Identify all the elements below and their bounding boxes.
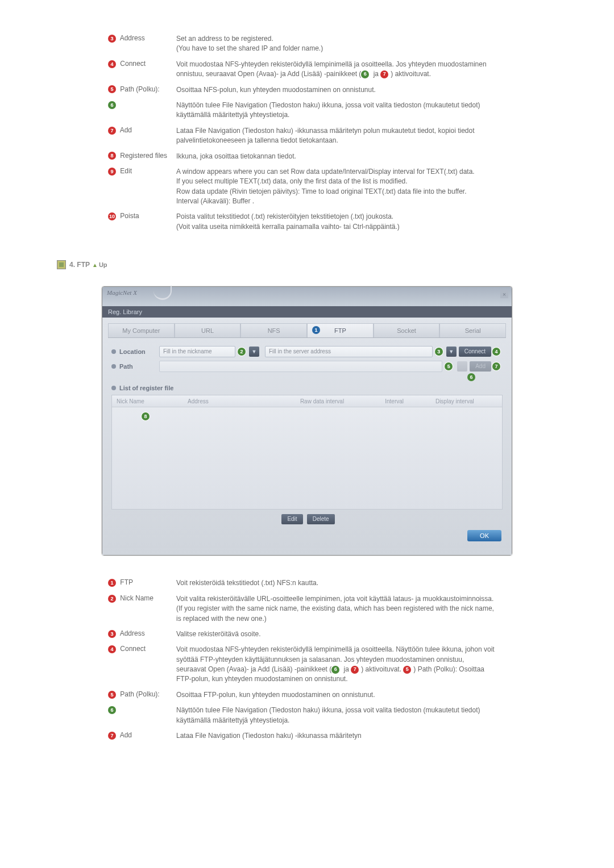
number-badge: 3 <box>108 630 116 638</box>
address-input[interactable]: Fill in the server address <box>265 346 433 357</box>
callout-8: 8 <box>142 412 150 420</box>
path-row: Path 5 ⋯ Add 7 <box>111 361 503 372</box>
number-badge: 7 <box>108 127 116 135</box>
definition-label: 4 Connect <box>108 60 176 80</box>
column-header: Address <box>183 398 296 404</box>
number-badge: 8 <box>108 152 116 160</box>
definition-label: 8 Registered files <box>108 152 176 161</box>
delete-button[interactable]: Delete <box>307 514 335 524</box>
tab-serial[interactable]: Serial <box>439 323 506 337</box>
row-bullet-icon <box>111 364 116 369</box>
connect-button[interactable]: Connect <box>459 347 491 357</box>
tab-url[interactable]: URL <box>175 323 241 337</box>
definition-label: 3 Address <box>108 34 176 54</box>
number-badge: 5 <box>108 691 116 699</box>
nickname-input[interactable]: Fill in the nickname <box>159 346 235 357</box>
path-label: Path <box>119 363 159 370</box>
definition-row: 3 AddressValitse rekisteröitävä osoite. <box>108 629 495 639</box>
section-4-ftp-header: 4. FTP ▲ Up <box>57 260 557 269</box>
inline-badge-7: 7 <box>351 666 359 674</box>
window-titlebar: MagicNet X × <box>102 287 512 306</box>
tab-row: My ComputerURLNFSFTP1SocketSerial <box>108 323 506 338</box>
definition-row: 5 Path (Polku):Osoittaa NFS-polun, kun y… <box>108 85 495 95</box>
definition-description: Osoittaa FTP-polun, kun yhteyden muodost… <box>176 690 495 700</box>
definition-description: Ikkuna, joka osoittaa tietokannan tiedot… <box>176 152 495 161</box>
callout-5: 5 <box>445 362 453 370</box>
number-badge: 2 <box>108 595 116 603</box>
definition-label: 4 Connect <box>108 645 176 685</box>
number-badge: 5 <box>108 85 116 93</box>
definition-label: 1 FTP <box>108 578 176 588</box>
number-badge: 9 <box>108 168 116 176</box>
definition-row: 5 Path (Polku):Osoittaa FTP-polun, kun y… <box>108 690 495 700</box>
definition-row: 4 ConnectVoit muodostaa NFS-yhteyden rek… <box>108 645 495 685</box>
tab-ftp[interactable]: FTP1 <box>307 323 374 337</box>
upper-definitions: 3 AddressSet an address to be registered… <box>108 34 495 232</box>
definition-description: Lataa File Navigation (Tiedoston haku) -… <box>176 126 495 146</box>
definition-row: 9 EditA window appears where you can set… <box>108 167 495 207</box>
lower-definitions: 1 FTPVoit rekisteröidä tekstitiedot (.tx… <box>108 578 495 741</box>
magicnet-window: MagicNet X × Reg. Library My ComputerURL… <box>102 286 512 556</box>
definition-description: Valitse rekisteröitävä osoite. <box>176 629 495 639</box>
app-title: MagicNet X <box>107 289 137 296</box>
section-title: 4. FTP <box>69 261 90 269</box>
definition-description: Näyttöön tulee File Navigation (Tiedosto… <box>176 706 495 725</box>
number-badge: 6 <box>108 706 116 714</box>
column-header: Display interval <box>431 398 502 404</box>
definition-label: 7 Add <box>108 126 176 146</box>
tab-nfs[interactable]: NFS <box>240 323 307 337</box>
path-input[interactable] <box>159 361 442 372</box>
inline-badge-7: 7 <box>380 70 388 78</box>
menubar-item[interactable]: Reg. Library <box>108 308 142 315</box>
definition-row: 3 AddressSet an address to be registered… <box>108 34 495 54</box>
definition-description: Set an address to be registered.(You hav… <box>176 34 495 54</box>
column-header: Interval <box>380 398 431 404</box>
definition-row: 6 Näyttöön tulee File Navigation (Tiedos… <box>108 101 495 120</box>
list-label-row: List of register file <box>111 385 503 391</box>
definition-label: 10 Poista <box>108 212 176 232</box>
callout-2: 2 <box>238 348 246 356</box>
column-header: Raw data interval <box>296 398 380 404</box>
add-button[interactable]: Add <box>470 361 491 372</box>
list-label: List of register file <box>119 385 173 391</box>
number-badge: 10 <box>108 212 116 220</box>
definition-description: Osoittaa NFS-polun, kun yhteyden muodost… <box>176 85 495 95</box>
definition-description: A window appears where you can set Row d… <box>176 167 495 207</box>
definition-row: 7 AddLataa File Navigation (Tiedoston ha… <box>108 731 495 741</box>
callout-1: 1 <box>312 326 320 334</box>
open-button[interactable]: ⋯ <box>457 361 467 372</box>
definition-description: Voit rekisteröidä tekstitiedot (.txt) NF… <box>176 578 495 588</box>
definition-row: 7 AddLataa File Navigation (Tiedoston ha… <box>108 126 495 146</box>
tab-my-computer[interactable]: My Computer <box>108 323 175 337</box>
definition-label: 2 Nick Name <box>108 594 176 624</box>
row-bullet-icon <box>111 386 116 390</box>
definition-row: 4 ConnectVoit muodostaa NFS-yhteyden rek… <box>108 60 495 80</box>
up-link[interactable]: Up <box>99 261 107 268</box>
nickname-dropdown-icon[interactable]: ▼ <box>249 347 259 357</box>
number-badge: 3 <box>108 35 116 43</box>
number-badge: 4 <box>108 60 116 68</box>
number-badge: 6 <box>108 101 116 109</box>
register-file-list: Nick NameAddressRaw data intervalInterva… <box>111 395 503 510</box>
column-header: Nick Name <box>112 398 183 404</box>
list-action-buttons: Edit Delete <box>111 514 503 524</box>
definition-label: 6 <box>108 706 176 725</box>
definition-label: 9 Edit <box>108 167 176 207</box>
callout-3: 3 <box>435 348 443 356</box>
callout-4: 4 <box>492 348 500 356</box>
ok-button[interactable]: OK <box>467 530 501 541</box>
definition-description: Poista valitut tekstitiedot (.txt) rekis… <box>176 212 495 232</box>
address-dropdown-icon[interactable]: ▼ <box>446 347 457 357</box>
number-badge: 7 <box>108 732 116 740</box>
definition-description: Voit valita rekisteröitävälle URL-osoitt… <box>176 594 495 624</box>
definition-description: Lataa File Navigation (Tiedoston haku) -… <box>176 731 495 741</box>
edit-button[interactable]: Edit <box>281 514 302 524</box>
inline-badge-5: 5 <box>403 666 411 674</box>
tab-socket[interactable]: Socket <box>374 323 440 337</box>
number-badge: 1 <box>108 579 116 587</box>
number-badge: 4 <box>108 645 116 653</box>
callout-7: 7 <box>492 362 500 370</box>
close-icon[interactable]: × <box>500 290 508 298</box>
section-icon <box>57 260 66 269</box>
definition-row: 2 Nick NameVoit valita rekisteröitävälle… <box>108 594 495 624</box>
